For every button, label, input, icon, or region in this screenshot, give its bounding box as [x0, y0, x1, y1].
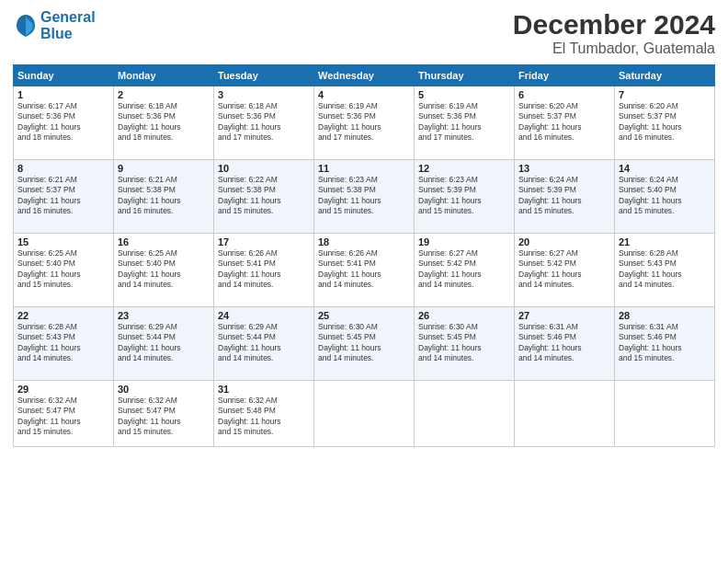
calendar-cell: 17Sunrise: 6:26 AM Sunset: 5:41 PM Dayli… [214, 234, 314, 307]
day-number: 12 [418, 163, 510, 174]
day-number: 3 [218, 89, 310, 100]
calendar-cell [515, 381, 615, 447]
weekday-header-friday: Friday [515, 65, 615, 86]
weekday-header-monday: Monday [114, 65, 214, 86]
day-info: Sunrise: 6:20 AM Sunset: 5:37 PM Dayligh… [619, 101, 711, 144]
day-number: 10 [218, 163, 310, 174]
day-info: Sunrise: 6:22 AM Sunset: 5:38 PM Dayligh… [218, 175, 310, 217]
day-info: Sunrise: 6:31 AM Sunset: 5:46 PM Dayligh… [518, 322, 610, 364]
day-number: 18 [318, 236, 410, 247]
calendar-cell: 15Sunrise: 6:25 AM Sunset: 5:40 PM Dayli… [14, 234, 114, 307]
day-info: Sunrise: 6:23 AM Sunset: 5:38 PM Dayligh… [318, 175, 410, 217]
calendar-cell: 25Sunrise: 6:30 AM Sunset: 5:45 PM Dayli… [314, 307, 415, 381]
calendar-cell: 31Sunrise: 6:32 AM Sunset: 5:48 PM Dayli… [214, 381, 314, 447]
day-info: Sunrise: 6:19 AM Sunset: 5:36 PM Dayligh… [418, 101, 510, 144]
day-info: Sunrise: 6:18 AM Sunset: 5:36 PM Dayligh… [118, 101, 210, 144]
weekday-header-thursday: Thursday [415, 65, 515, 86]
calendar-body: 1Sunrise: 6:17 AM Sunset: 5:36 PM Daylig… [14, 86, 715, 447]
calendar-cell: 21Sunrise: 6:28 AM Sunset: 5:43 PM Dayli… [615, 234, 715, 307]
day-info: Sunrise: 6:23 AM Sunset: 5:39 PM Dayligh… [418, 175, 510, 217]
day-info: Sunrise: 6:17 AM Sunset: 5:36 PM Dayligh… [17, 101, 109, 144]
day-number: 1 [17, 89, 109, 100]
day-info: Sunrise: 6:20 AM Sunset: 5:37 PM Dayligh… [518, 101, 610, 144]
calendar-week-3: 15Sunrise: 6:25 AM Sunset: 5:40 PM Dayli… [14, 234, 715, 307]
day-number: 20 [518, 236, 610, 247]
calendar-cell: 23Sunrise: 6:29 AM Sunset: 5:44 PM Dayli… [114, 307, 214, 381]
day-info: Sunrise: 6:31 AM Sunset: 5:46 PM Dayligh… [619, 322, 711, 364]
calendar-cell: 6Sunrise: 6:20 AM Sunset: 5:37 PM Daylig… [515, 86, 615, 160]
weekday-header-wednesday: Wednesday [314, 65, 415, 86]
weekday-header-sunday: Sunday [14, 65, 114, 86]
title-block: December 2024 El Tumbador, Guatemala [513, 9, 715, 57]
day-info: Sunrise: 6:24 AM Sunset: 5:40 PM Dayligh… [619, 175, 711, 217]
calendar-cell: 27Sunrise: 6:31 AM Sunset: 5:46 PM Dayli… [515, 307, 615, 381]
calendar-week-5: 29Sunrise: 6:32 AM Sunset: 5:47 PM Dayli… [14, 381, 715, 447]
day-info: Sunrise: 6:26 AM Sunset: 5:41 PM Dayligh… [318, 248, 410, 291]
logo-text: General Blue [40, 9, 96, 42]
day-number: 23 [118, 310, 210, 321]
day-number: 13 [518, 163, 610, 174]
day-number: 26 [418, 310, 510, 321]
day-info: Sunrise: 6:21 AM Sunset: 5:38 PM Dayligh… [118, 175, 210, 217]
day-number: 15 [17, 236, 109, 247]
header: General Blue December 2024 El Tumbador, … [13, 9, 715, 57]
calendar-cell [415, 381, 515, 447]
day-info: Sunrise: 6:27 AM Sunset: 5:42 PM Dayligh… [518, 248, 610, 291]
calendar-cell: 30Sunrise: 6:32 AM Sunset: 5:47 PM Dayli… [114, 381, 214, 447]
day-info: Sunrise: 6:25 AM Sunset: 5:40 PM Dayligh… [17, 248, 109, 291]
day-info: Sunrise: 6:32 AM Sunset: 5:47 PM Dayligh… [118, 396, 210, 438]
calendar-cell: 24Sunrise: 6:29 AM Sunset: 5:44 PM Dayli… [214, 307, 314, 381]
day-number: 28 [619, 310, 711, 321]
day-info: Sunrise: 6:21 AM Sunset: 5:37 PM Dayligh… [17, 175, 109, 217]
day-number: 31 [218, 384, 310, 395]
day-info: Sunrise: 6:30 AM Sunset: 5:45 PM Dayligh… [418, 322, 510, 364]
calendar-header-row: SundayMondayTuesdayWednesdayThursdayFrid… [14, 65, 715, 86]
calendar-cell: 22Sunrise: 6:28 AM Sunset: 5:43 PM Dayli… [14, 307, 114, 381]
day-number: 4 [318, 89, 410, 100]
calendar-cell: 5Sunrise: 6:19 AM Sunset: 5:36 PM Daylig… [415, 86, 515, 160]
day-number: 2 [118, 89, 210, 100]
logo-icon [13, 13, 39, 39]
calendar-cell: 2Sunrise: 6:18 AM Sunset: 5:36 PM Daylig… [114, 86, 214, 160]
day-number: 30 [118, 384, 210, 395]
day-info: Sunrise: 6:19 AM Sunset: 5:36 PM Dayligh… [318, 101, 410, 144]
calendar-cell: 7Sunrise: 6:20 AM Sunset: 5:37 PM Daylig… [615, 86, 715, 160]
day-info: Sunrise: 6:32 AM Sunset: 5:48 PM Dayligh… [218, 396, 310, 438]
logo: General Blue [13, 9, 96, 42]
month-title: December 2024 [513, 9, 715, 40]
calendar-cell: 16Sunrise: 6:25 AM Sunset: 5:40 PM Dayli… [114, 234, 214, 307]
day-info: Sunrise: 6:28 AM Sunset: 5:43 PM Dayligh… [17, 322, 109, 364]
day-number: 6 [518, 89, 610, 100]
calendar-cell: 1Sunrise: 6:17 AM Sunset: 5:36 PM Daylig… [14, 86, 114, 160]
calendar-cell [615, 381, 715, 447]
day-info: Sunrise: 6:18 AM Sunset: 5:36 PM Dayligh… [218, 101, 310, 144]
calendar-cell: 28Sunrise: 6:31 AM Sunset: 5:46 PM Dayli… [615, 307, 715, 381]
day-number: 7 [619, 89, 711, 100]
calendar-week-4: 22Sunrise: 6:28 AM Sunset: 5:43 PM Dayli… [14, 307, 715, 381]
page: General Blue December 2024 El Tumbador, … [0, 0, 728, 563]
day-info: Sunrise: 6:32 AM Sunset: 5:47 PM Dayligh… [17, 396, 109, 438]
day-number: 29 [17, 384, 109, 395]
calendar-cell: 14Sunrise: 6:24 AM Sunset: 5:40 PM Dayli… [615, 160, 715, 234]
weekday-header-tuesday: Tuesday [214, 65, 314, 86]
calendar-table: SundayMondayTuesdayWednesdayThursdayFrid… [13, 64, 715, 447]
day-number: 9 [118, 163, 210, 174]
calendar-week-2: 8Sunrise: 6:21 AM Sunset: 5:37 PM Daylig… [14, 160, 715, 234]
calendar-cell: 4Sunrise: 6:19 AM Sunset: 5:36 PM Daylig… [314, 86, 415, 160]
calendar-cell: 20Sunrise: 6:27 AM Sunset: 5:42 PM Dayli… [515, 234, 615, 307]
day-number: 5 [418, 89, 510, 100]
day-info: Sunrise: 6:25 AM Sunset: 5:40 PM Dayligh… [118, 248, 210, 291]
day-number: 11 [318, 163, 410, 174]
calendar-cell: 18Sunrise: 6:26 AM Sunset: 5:41 PM Dayli… [314, 234, 415, 307]
calendar-cell: 11Sunrise: 6:23 AM Sunset: 5:38 PM Dayli… [314, 160, 415, 234]
calendar-cell: 9Sunrise: 6:21 AM Sunset: 5:38 PM Daylig… [114, 160, 214, 234]
calendar-cell: 29Sunrise: 6:32 AM Sunset: 5:47 PM Dayli… [14, 381, 114, 447]
day-number: 21 [619, 236, 711, 247]
day-info: Sunrise: 6:26 AM Sunset: 5:41 PM Dayligh… [218, 248, 310, 291]
day-info: Sunrise: 6:30 AM Sunset: 5:45 PM Dayligh… [318, 322, 410, 364]
day-number: 27 [518, 310, 610, 321]
calendar-cell: 8Sunrise: 6:21 AM Sunset: 5:37 PM Daylig… [14, 160, 114, 234]
day-number: 19 [418, 236, 510, 247]
calendar-week-1: 1Sunrise: 6:17 AM Sunset: 5:36 PM Daylig… [14, 86, 715, 160]
day-number: 14 [619, 163, 711, 174]
